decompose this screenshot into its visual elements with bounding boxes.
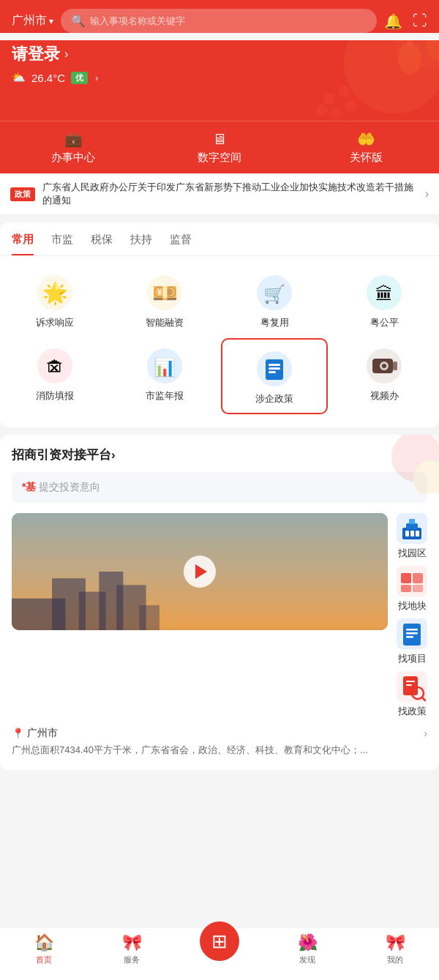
svg-rect-51 [401, 573, 411, 583]
quick-nav-work-center[interactable]: 💼 办事中心 [0, 121, 146, 173]
svg-point-2 [398, 42, 421, 75]
hero-section: 请登录 › ⛅ 26.4°C 优 › [0, 40, 439, 121]
city-description: 📍 广州市 › 广州总面积7434.40平方千米，广东省省会，政治、经济、科技、… [12, 727, 427, 758]
header: 广州市 ▾ 🔍 🔔 ⛶ [0, 0, 439, 33]
service-petition[interactable]: 🌟 诉求响应 [0, 263, 110, 337]
play-button[interactable] [184, 556, 216, 588]
find-park-icon [397, 513, 427, 544]
city-selector[interactable]: 广州市 ▾ [12, 13, 53, 29]
svg-rect-58 [406, 632, 418, 635]
quick-nav-care-mode[interactable]: 🤲 关怀版 [293, 121, 439, 173]
tab-market[interactable]: 市监 [51, 233, 73, 255]
quick-nav-digital-space[interactable]: 🖥 数字空间 [146, 121, 293, 173]
city-dropdown-icon: ▾ [49, 16, 53, 26]
city-arrow-icon: › [424, 727, 427, 739]
work-center-label: 办事中心 [51, 151, 95, 165]
find-park-label: 找园区 [398, 547, 427, 560]
weather-icon: ⛅ [12, 71, 26, 84]
annual-report-icon: 📊 [146, 347, 184, 385]
service-enterprise-policy[interactable]: 涉企政策 [221, 338, 328, 414]
svg-point-7 [345, 100, 357, 112]
tab-supervision[interactable]: 监督 [170, 233, 192, 255]
video-player[interactable] [12, 513, 388, 630]
invest-title: 招商引资对接平台 [12, 446, 111, 463]
notice-tag: 政策 [10, 187, 35, 201]
right-links: 找园区 找地块 [397, 513, 427, 718]
svg-rect-25 [269, 367, 280, 370]
svg-rect-53 [401, 585, 411, 592]
service-annual-report[interactable]: 📊 市监年报 [110, 337, 220, 416]
input-star: *基 [22, 481, 36, 493]
find-policy-icon [397, 671, 427, 702]
search-icon: 🔍 [71, 14, 86, 28]
financing-label: 智能融资 [146, 316, 184, 329]
temperature: 26.4°C [31, 72, 65, 84]
svg-rect-64 [406, 681, 415, 682]
svg-rect-3 [407, 40, 413, 46]
svg-point-6 [338, 86, 350, 97]
tab-support[interactable]: 扶持 [130, 233, 152, 255]
fire-report-label: 消防填报 [36, 389, 74, 403]
petition-label: 诉求响应 [36, 316, 74, 329]
service-fire-report[interactable]: 🏚 消防填报 [0, 337, 110, 416]
svg-rect-52 [413, 573, 423, 583]
service-financing[interactable]: 💴 智能融资 [110, 263, 220, 337]
invest-decoration [366, 435, 439, 493]
find-land-icon [397, 566, 427, 596]
enterprise-policy-icon [255, 350, 293, 388]
city-name: 广州市 [27, 727, 58, 740]
care-mode-icon: 🤲 [357, 130, 375, 148]
svg-rect-24 [269, 364, 280, 366]
svg-text:🏛: 🏛 [375, 284, 393, 304]
financing-icon: 💴 [146, 274, 184, 312]
digital-space-icon: 🖥 [212, 131, 227, 148]
tab-common[interactable]: 常用 [12, 233, 34, 255]
svg-rect-46 [409, 519, 415, 524]
find-policy-link[interactable]: 找政策 [397, 671, 427, 718]
svg-rect-49 [416, 531, 419, 536]
svg-text:📊: 📊 [154, 356, 176, 378]
play-triangle-icon [195, 564, 207, 579]
login-arrow-icon: › [64, 48, 68, 61]
svg-point-5 [323, 93, 335, 105]
svg-text:🌟: 🌟 [42, 281, 68, 305]
svg-rect-54 [413, 585, 423, 592]
services-section: 常用 市监 税保 扶持 监督 🌟 诉求响应 💴 智能融资 🛒 粤复用 [0, 222, 439, 427]
tab-tax[interactable]: 税保 [91, 233, 113, 255]
find-project-icon [397, 618, 427, 649]
svg-rect-56 [403, 624, 421, 646]
work-center-icon: 💼 [64, 130, 83, 148]
care-mode-label: 关怀版 [350, 151, 383, 165]
svg-point-9 [316, 104, 328, 116]
petition-icon: 🌟 [36, 274, 74, 312]
city-location-row[interactable]: 📍 广州市 › [12, 727, 427, 740]
service-video-office[interactable]: 视频办 [329, 337, 439, 416]
svg-rect-45 [406, 523, 418, 529]
find-park-link[interactable]: 找园区 [397, 513, 427, 560]
service-yue-fair[interactable]: 🏛 粤公平 [329, 263, 439, 337]
invest-input[interactable]: *基 提交投资意向 [12, 472, 427, 503]
service-yue-reuse[interactable]: 🛒 粤复用 [220, 263, 329, 337]
air-quality-badge: 优 [71, 72, 88, 84]
video-office-icon [365, 347, 403, 385]
yue-fair-label: 粤公平 [370, 316, 399, 329]
city-name: 广州市 [12, 13, 47, 29]
notification-icon[interactable]: 🔔 [384, 12, 402, 30]
services-grid: 🌟 诉求响应 💴 智能融资 🛒 粤复用 🏛 粤公平 🏚 [0, 256, 439, 416]
find-policy-label: 找政策 [398, 705, 427, 718]
annual-report-label: 市监年报 [146, 389, 184, 403]
invest-header[interactable]: 招商引资对接平台 › [12, 446, 427, 463]
notice-text: 广东省人民政府办公厅关于印发广东省新形势下推动工业企业加快实施技术改造若干措施的… [42, 181, 418, 207]
svg-rect-47 [405, 531, 409, 536]
notice-bar[interactable]: 政策 广东省人民政府办公厅关于印发广东省新形势下推动工业企业加快实施技术改造若干… [0, 173, 439, 215]
find-project-link[interactable]: 找项目 [397, 618, 427, 665]
svg-rect-31 [393, 362, 397, 370]
find-land-link[interactable]: 找地块 [397, 566, 427, 613]
fullscreen-icon[interactable]: ⛶ [413, 12, 427, 29]
svg-point-30 [382, 364, 386, 368]
search-bar[interactable]: 🔍 [61, 9, 377, 33]
search-input[interactable] [90, 15, 367, 26]
video-overlay [12, 513, 388, 630]
city-description-text: 广州总面积7434.40平方千米，广东省省会，政治、经济、科技、教育和文化中心；… [12, 743, 427, 758]
yue-reuse-icon: 🛒 [255, 274, 293, 312]
